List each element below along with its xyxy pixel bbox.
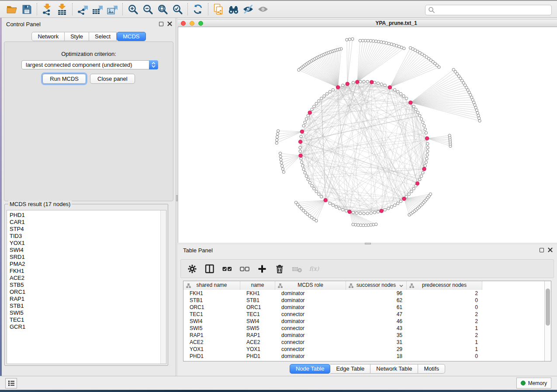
table-cell: RAP1 xyxy=(183,332,240,339)
mcds-result-item[interactable]: FKH1 xyxy=(7,268,166,275)
table-row[interactable]: RAP1RAP1dominator352 xyxy=(183,332,551,339)
tab-network-table[interactable]: Network Table xyxy=(370,364,418,374)
zoom-fit-selected-button[interactable] xyxy=(170,2,185,17)
column-header-name[interactable]: name xyxy=(240,281,275,290)
mcds-result-item[interactable]: STB5 xyxy=(7,282,166,289)
close-panel-icon[interactable] xyxy=(548,248,553,252)
eye-slash-icon xyxy=(242,3,254,15)
table-settings-button[interactable] xyxy=(187,263,198,275)
delete-table-button[interactable] xyxy=(291,263,303,275)
memory-button[interactable]: Memory xyxy=(516,378,551,389)
deselect-all-button[interactable] xyxy=(239,263,250,275)
open-file-button[interactable] xyxy=(4,2,19,17)
table-row[interactable]: SWI5SWI5connector431 xyxy=(183,325,551,332)
first-neighbors-button[interactable] xyxy=(226,2,241,17)
table-row[interactable]: TEC1TEC1connector472 xyxy=(183,311,551,318)
network-titlebar[interactable]: YPA_prune.txt_1 xyxy=(178,19,557,27)
mcds-result-item[interactable]: ACE2 xyxy=(7,275,166,282)
run-mcds-button[interactable]: Run MCDS xyxy=(42,74,86,84)
tab-select[interactable]: Select xyxy=(89,32,117,41)
zoom-fit-icon xyxy=(157,4,168,15)
table-cell: ORC1 xyxy=(240,304,275,311)
tab-mcds[interactable]: MCDS xyxy=(117,32,145,41)
mcds-result-item[interactable]: ORC1 xyxy=(7,289,166,296)
table-row[interactable]: YOX1YOX1connector291 xyxy=(183,346,551,353)
tab-network[interactable]: Network xyxy=(31,32,65,41)
table-scrollbar[interactable] xyxy=(544,281,551,361)
mcds-result-item[interactable]: GCR1 xyxy=(7,323,166,330)
list-scrollbar[interactable] xyxy=(160,210,166,364)
table-row[interactable]: FKH1FKH1dominator962 xyxy=(183,290,551,297)
mcds-result-item[interactable]: PMA2 xyxy=(7,261,166,268)
mcds-result-item[interactable]: TID3 xyxy=(7,233,166,240)
export-network-button[interactable] xyxy=(75,2,90,17)
table-cell: 29 xyxy=(346,346,407,353)
clone-network-button[interactable] xyxy=(211,2,226,17)
mcds-result-item[interactable]: YOX1 xyxy=(7,240,166,247)
mcds-result-item[interactable]: RAP1 xyxy=(7,296,166,303)
import-table-button[interactable] xyxy=(55,2,69,17)
export-image-icon xyxy=(107,3,118,15)
scrollbar-thumb[interactable] xyxy=(546,289,550,326)
hide-selected-button[interactable] xyxy=(241,2,256,17)
window-close-icon[interactable] xyxy=(181,21,186,26)
mcds-result-item[interactable]: SWI4 xyxy=(7,247,166,254)
mcds-result-item[interactable]: SRD1 xyxy=(7,254,166,261)
tab-motifs[interactable]: Motifs xyxy=(418,364,445,374)
table-body: FKH1FKH1dominator962STB1STB1dominator620… xyxy=(183,290,551,360)
window-minimize-icon[interactable] xyxy=(190,21,194,26)
network-canvas[interactable] xyxy=(178,27,557,243)
close-panel-button[interactable]: Close panel xyxy=(90,74,135,84)
function-builder-button[interactable]: f(x) xyxy=(309,263,320,275)
table-cell: connector xyxy=(275,339,346,346)
column-label: MCDS role xyxy=(298,282,323,288)
network-view-window: YPA_prune.txt_1 xyxy=(178,18,557,243)
application-window: Control Panel NetworkStyleSelectMCDS Opt… xyxy=(0,0,557,392)
panel-menu-button[interactable] xyxy=(5,378,17,389)
zoom-out-button[interactable] xyxy=(140,2,155,17)
table-row[interactable]: SWI4SWI4dominator462 xyxy=(183,318,551,325)
select-all-button[interactable] xyxy=(221,263,233,275)
show-columns-button[interactable] xyxy=(204,263,215,275)
mcds-result-item[interactable]: STB1 xyxy=(7,303,166,309)
close-panel-icon[interactable] xyxy=(167,21,172,26)
create-column-button[interactable] xyxy=(256,263,268,275)
column-header-shared-name[interactable]: shared name xyxy=(183,281,240,290)
table-row[interactable]: ORC1ORC1dominator610 xyxy=(183,304,551,311)
optimization-criterion-select[interactable]: largest connected component (undirected) xyxy=(21,60,158,69)
window-maximize-icon[interactable] xyxy=(198,21,203,26)
table-row[interactable]: ACE2ACE2connector311 xyxy=(183,339,551,346)
table-cell: 0 xyxy=(407,304,482,311)
table-row[interactable]: PHD1PHD1dominator180 xyxy=(183,353,551,360)
float-panel-icon[interactable] xyxy=(540,248,544,252)
table-cell: 61 xyxy=(346,304,407,311)
export-image-button[interactable] xyxy=(105,2,120,17)
column-header-predecessor-nodes[interactable]: predecessor nodes xyxy=(407,281,482,290)
save-session-button[interactable] xyxy=(19,2,34,17)
column-header-successor-nodes[interactable]: successor nodes xyxy=(346,281,407,290)
table-row[interactable]: STB1STB1dominator620 xyxy=(183,297,551,304)
import-network-button[interactable] xyxy=(40,2,55,17)
show-all-button[interactable] xyxy=(256,2,270,17)
mcds-result-item[interactable]: TEC1 xyxy=(7,316,166,323)
column-type-icon xyxy=(349,283,353,288)
mcds-result-item[interactable]: CAR1 xyxy=(7,219,166,226)
network-graph[interactable] xyxy=(178,27,557,243)
apply-layout-button[interactable] xyxy=(190,2,205,17)
mcds-result-item[interactable]: STP4 xyxy=(7,226,166,233)
mcds-result-item[interactable]: PHD1 xyxy=(7,210,166,219)
export-table-button[interactable] xyxy=(90,2,105,17)
column-header-mcds-role[interactable]: MCDS role xyxy=(275,281,346,290)
zoom-fit-content-button[interactable] xyxy=(155,2,170,17)
zoom-in-button[interactable] xyxy=(125,2,140,17)
tab-edge-table[interactable]: Edge Table xyxy=(330,364,370,374)
float-panel-icon[interactable] xyxy=(159,22,163,26)
mcds-result-item[interactable]: SWI5 xyxy=(7,309,166,316)
table-panel: Table Panel f(x) shared namenameMCDS rol… xyxy=(178,244,557,376)
tab-node-table[interactable]: Node Table xyxy=(290,364,331,374)
delete-column-button[interactable] xyxy=(274,263,285,275)
tab-style[interactable]: Style xyxy=(65,32,89,41)
search-field-wrap xyxy=(425,5,552,15)
search-input[interactable] xyxy=(425,5,552,15)
mcds-result-list[interactable]: PHD1CAR1STP4TID3YOX1SWI4SRD1PMA2FKH1ACE2… xyxy=(7,210,166,364)
